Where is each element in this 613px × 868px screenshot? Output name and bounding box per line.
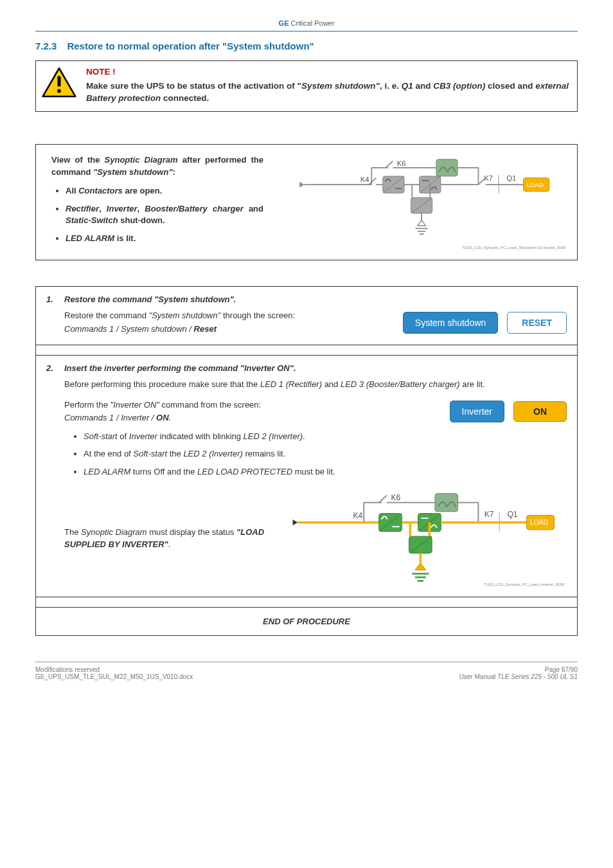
svg-text:K6: K6 (391, 493, 400, 502)
step-1-title: Restore the command "System shutdown". (64, 294, 567, 304)
end-of-procedure: END OF PROCEDURE (36, 608, 577, 635)
view-bullet-2: Rectifier, Inverter, Booster/Battery cha… (66, 203, 263, 226)
svg-line-14 (369, 177, 376, 185)
view-box: View of the Synoptic Diagram after perfo… (35, 144, 578, 261)
system-shutdown-label: System shutdown (403, 312, 499, 334)
step-2-sb2: At the end of Soft-start the LED 2 (Inve… (84, 448, 567, 460)
spacer-2 (36, 597, 577, 608)
svg-text:LOAD: LOAD (527, 181, 544, 188)
view-bullet-3: LED ALARM is lit. (66, 233, 263, 244)
header-cp: Critical Power (291, 19, 335, 27)
step-1-num: 1. (46, 294, 58, 335)
inverter-label: Inverter (450, 401, 504, 422)
svg-line-45 (379, 495, 387, 502)
svg-text:K6: K6 (397, 159, 406, 167)
footer-manual: User Manual TLE Series 225 - 500 UL S1 (459, 673, 578, 680)
step-2-num: 2. (46, 363, 58, 588)
step-1: 1. Restore the command "System shutdown"… (36, 287, 577, 345)
step-2-para1: Before performing this procedure make su… (64, 378, 567, 391)
footer-modifications: Modifications reserved (35, 666, 193, 673)
section-number: 7.2.3 (35, 41, 57, 51)
step-2-para2: Perform the "Inverter ON" command from t… (64, 399, 437, 424)
reset-button[interactable]: RESET (507, 312, 567, 334)
svg-rect-1 (57, 76, 60, 87)
svg-text:K4: K4 (353, 511, 362, 520)
svg-line-7 (386, 161, 393, 168)
warning-icon-cell (36, 61, 82, 104)
svg-rect-47 (435, 493, 458, 511)
section-heading: 7.2.3 Restore to normal operation after … (35, 41, 578, 51)
on-button[interactable]: ON (513, 401, 567, 422)
footer-filename: GE_UPS_USM_TLE_SUL_M22_M50_1US_V010.docx (35, 673, 193, 680)
svg-text:K7: K7 (484, 510, 494, 519)
svg-text:LOAD: LOAD (530, 519, 548, 526)
svg-rect-9 (436, 159, 458, 176)
diagram-tag-inverter: TLES_LCD_Synoptic_FC_Load_Inverter_0168 (484, 583, 564, 586)
header-ge: GE (279, 19, 289, 27)
section-title-text: Restore to normal operation after "Syste… (67, 41, 314, 51)
page-header: GE Critical Power (35, 19, 578, 32)
spacer-1 (36, 345, 577, 356)
svg-marker-72 (415, 563, 426, 570)
note-header: NOTE ! (86, 66, 571, 78)
svg-point-2 (57, 89, 61, 93)
svg-marker-13 (299, 181, 304, 187)
svg-marker-50 (293, 520, 298, 525)
warning-icon (42, 66, 76, 98)
svg-text:Q1: Q1 (506, 174, 516, 182)
svg-text:Q1: Q1 (507, 510, 517, 519)
diagram-tag-shutdown: TLES_LCD_Synoptic_FC_Load_Shutdown-Q1-cl… (462, 246, 565, 249)
note-box: NOTE ! Make sure the UPS to be status of… (35, 60, 578, 112)
view-intro: View of the Synoptic Diagram after perfo… (51, 154, 263, 179)
synoptic-diagram-shutdown: K6 K4 (276, 154, 568, 251)
svg-text:K4: K4 (360, 175, 369, 183)
step-2-sb1: Soft-start of Inverter indicated with bl… (84, 431, 567, 442)
step-2-sb3: LED ALARM turns Off and the LED LOAD PRO… (84, 466, 567, 478)
step-2: 2. Insert the inverter performing the co… (36, 356, 577, 597)
footer-page: Page 67/90 (459, 666, 578, 673)
procedure-box: 1. Restore the command "System shutdown"… (35, 286, 578, 635)
step-1-text: Restore the command "System shutdown" th… (64, 309, 390, 335)
view-bullet-1: All Contactors are open. (66, 185, 263, 197)
page-footer: Modifications reserved GE_UPS_USM_TLE_SU… (35, 662, 578, 680)
step-2-title: Insert the inverter performing the comma… (64, 363, 567, 373)
step-2-diagram-text: The Synoptic Diagram must display the st… (64, 526, 270, 551)
note-body: Make sure the UPS to be status of the ac… (86, 81, 569, 103)
synoptic-diagram-inverter: K6 K4 (281, 489, 567, 588)
